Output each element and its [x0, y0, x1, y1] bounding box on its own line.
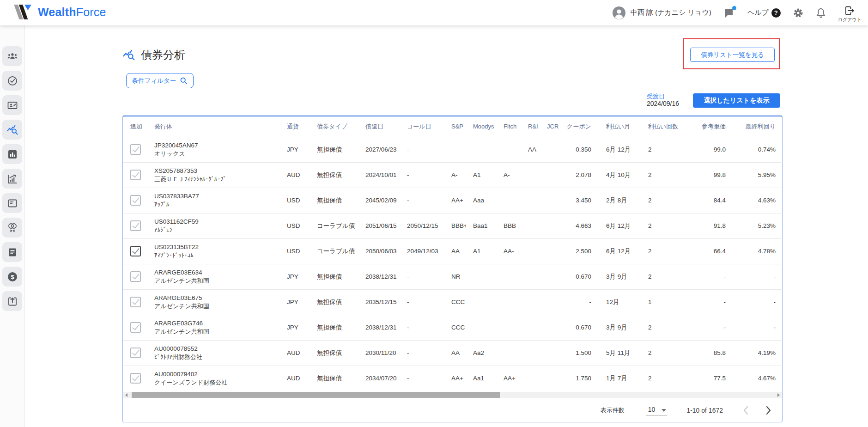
table-row: ARARGE03E634アルゼンチン共和国JPY無担保債2038/12/31-N… — [123, 264, 783, 289]
pay-count-cell: 2 — [641, 315, 687, 340]
sidebar-item-performance[interactable] — [2, 169, 22, 189]
page-title-text: 債券分析 — [141, 48, 185, 62]
logout-button[interactable]: ログアウト — [838, 5, 862, 23]
sidebar-item-meetings[interactable] — [2, 218, 22, 238]
add-cell — [123, 315, 147, 340]
row-select-checkbox[interactable] — [130, 322, 141, 333]
sidebar-item-export[interactable] — [2, 291, 22, 311]
maturity-cell: 2030/11/20 — [358, 340, 400, 366]
coupon-cell: 4.663 — [558, 213, 599, 238]
maturity-cell: 2045/02/09 — [358, 188, 400, 213]
settings-gear-icon[interactable] — [793, 7, 804, 18]
row-select-checkbox[interactable] — [130, 170, 141, 180]
chat-button[interactable] — [723, 7, 735, 18]
scroll-right-arrow-icon[interactable] — [777, 393, 780, 397]
pay-months-cell: 1月 7月 — [599, 366, 641, 391]
call-date-cell: - — [400, 366, 444, 391]
row-select-checkbox[interactable] — [130, 144, 141, 155]
sidebar-item-notes[interactable] — [2, 242, 22, 262]
row-select-checkbox[interactable] — [130, 348, 141, 358]
bond-table-card: 追加発行体通貨債券タイプ償還日コール日S&PMoodysFitchR&IJCRク… — [122, 116, 783, 422]
user-menu[interactable]: 中西 諒 (ナカニシ リョウ) — [612, 6, 711, 20]
issuer-name: アルゼンチン共和国 — [154, 328, 279, 336]
row-select-checkbox[interactable] — [130, 195, 141, 206]
maturity-cell: 2038/12/31 — [358, 264, 400, 289]
check-circle-icon — [7, 75, 18, 86]
row-select-checkbox[interactable] — [130, 271, 141, 282]
bond-code: AU0000079402 — [154, 370, 279, 378]
maturity-cell: 2027/06/23 — [358, 137, 400, 162]
row-select-checkbox[interactable] — [130, 373, 141, 384]
ri-cell: AA — [521, 137, 540, 162]
jcr-cell — [540, 366, 558, 391]
pagination-range: 1-10 of 1672 — [686, 407, 723, 414]
horizontal-scrollbar[interactable] — [123, 392, 782, 398]
table-row: ARARGE03E675アルゼンチン共和国JPY無担保債2035/12/15-C… — [123, 289, 783, 315]
final-yield-cell: - — [733, 264, 783, 289]
svg-text:$: $ — [11, 274, 14, 281]
row-select-checkbox[interactable] — [130, 246, 141, 256]
pay-months-cell: 6月 12月 — [599, 137, 641, 162]
final-yield-cell: 4.19% — [733, 340, 783, 366]
fitch-cell — [496, 188, 521, 213]
fitch-cell — [496, 264, 521, 289]
sp-cell — [444, 137, 466, 162]
next-page-button[interactable] — [766, 406, 771, 415]
jcr-cell — [540, 340, 558, 366]
rings-bowtie-icon — [6, 222, 18, 234]
filter-button[interactable]: 条件フィルター — [126, 73, 194, 88]
column-header-12: クーポン — [558, 116, 599, 137]
sidebar-item-tasks[interactable] — [2, 71, 22, 91]
help-button[interactable]: ヘルプ ? — [747, 8, 781, 18]
scrollbar-thumb[interactable] — [132, 392, 500, 398]
ref-price-cell: - — [687, 289, 733, 315]
column-header-4: 債券タイプ — [310, 116, 358, 137]
sidebar-item-contacts[interactable] — [2, 95, 22, 115]
show-selected-list-button[interactable]: 選択したリストを表示 — [693, 93, 780, 108]
annotation-highlight-box: 債券リスト一覧を見る — [683, 38, 780, 69]
currency-cell: JPY — [279, 264, 310, 289]
settlement-date-value: 2024/09/16 — [647, 100, 679, 107]
bond-code: ARARGE03E634 — [154, 268, 279, 277]
pay-count-cell: 2 — [641, 340, 687, 366]
type-cell: コーラブル債 — [310, 238, 358, 264]
table-footer: 表示件数 10 1-10 of 1672 — [123, 398, 782, 423]
jcr-cell — [540, 213, 558, 238]
issuer-cell: ARARGE03G746アルゼンチン共和国 — [147, 315, 279, 340]
sidebar-item-reports[interactable] — [2, 193, 22, 213]
notifications-bell-icon[interactable] — [816, 7, 826, 18]
pay-months-cell: 2月 8月 — [599, 188, 641, 213]
view-bond-list-button[interactable]: 債券リスト一覧を見る — [690, 48, 775, 62]
row-select-checkbox[interactable] — [130, 297, 141, 307]
previous-page-button[interactable] — [743, 406, 748, 415]
final-yield-cell: 0.74% — [733, 137, 783, 162]
rows-per-page-select[interactable]: 10 — [646, 406, 668, 415]
add-cell — [123, 289, 147, 315]
pay-months-cell: 12月 — [599, 289, 641, 315]
scroll-left-arrow-icon[interactable] — [125, 393, 127, 397]
brand-w-mark-icon — [14, 5, 33, 19]
sidebar-item-fees[interactable]: $ — [2, 267, 22, 287]
sidebar-item-users[interactable] — [2, 46, 22, 66]
final-yield-cell: 5.95% — [733, 162, 783, 188]
final-yield-cell: 4.78% — [733, 238, 783, 264]
pay-count-cell: 2 — [641, 162, 687, 188]
table-row: AU0000078552ﾋﾞｸﾄﾘｱ州財務公社AUD無担保債2030/11/20… — [123, 340, 783, 366]
issuer-cell: ARARGE03E634アルゼンチン共和国 — [147, 264, 279, 289]
sidebar-item-portfolio[interactable] — [2, 144, 22, 164]
row-select-checkbox[interactable] — [130, 220, 141, 231]
moodys-cell: A1 — [466, 238, 496, 264]
sp-cell: BBB+ — [444, 213, 466, 238]
issuer-name: ｱﾑｼﾞｪﾝ — [154, 226, 279, 234]
issuer-name: アルゼンチン共和国 — [154, 302, 279, 311]
users-group-icon — [7, 51, 18, 62]
brand-logo[interactable]: WealthForce — [14, 5, 106, 19]
final-yield-cell: 4.67% — [733, 366, 783, 391]
ref-price-cell: 99.0 — [687, 137, 733, 162]
chevron-down-icon — [662, 409, 666, 412]
issuer-name: ｱｯﾌﾟﾙ — [154, 201, 279, 209]
moodys-cell: A1 — [466, 162, 496, 188]
sidebar-item-bond-analysis[interactable] — [2, 120, 22, 140]
issuer-name: アルゼンチン共和国 — [154, 277, 279, 285]
issuer-cell: US037833BA77ｱｯﾌﾟﾙ — [147, 188, 279, 213]
